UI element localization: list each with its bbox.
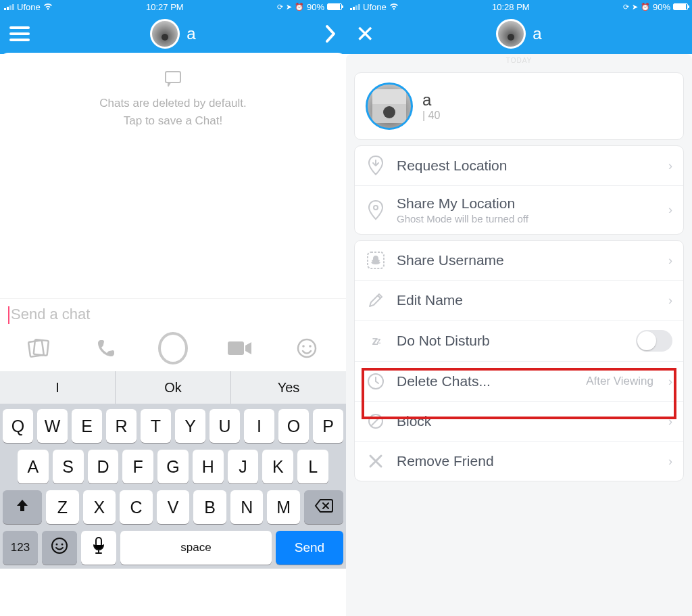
key-R[interactable]: R <box>106 409 137 443</box>
key-M[interactable]: M <box>267 490 300 524</box>
status-right: ⟳ ➤ ⏰ 90% <box>277 2 342 12</box>
empty-line1: Chats are deleted by default. <box>0 95 346 112</box>
block-row[interactable]: Block › <box>355 401 683 441</box>
key-X[interactable]: X <box>83 490 116 524</box>
key-S[interactable]: S <box>53 450 84 483</box>
key-F[interactable]: F <box>122 450 153 483</box>
svg-point-6 <box>298 339 316 357</box>
key-T[interactable]: T <box>141 409 171 443</box>
chevron-right-icon: › <box>668 454 672 469</box>
call-button[interactable] <box>91 333 121 363</box>
close-icon: ✕ <box>355 22 374 45</box>
chat-input[interactable]: Send a chat <box>0 298 346 329</box>
edit-name-row[interactable]: Edit Name › <box>355 280 683 320</box>
status-time: 10:28 PM <box>399 2 623 12</box>
suggestion-2[interactable]: Ok <box>116 371 231 404</box>
key-G[interactable]: G <box>157 450 189 483</box>
delete-chats-row[interactable]: Delete Chats... After Viewing › <box>355 361 683 401</box>
menu-button[interactable] <box>9 26 43 41</box>
key-space[interactable]: space <box>120 531 272 565</box>
key-I[interactable]: I <box>244 409 274 443</box>
key-Y[interactable]: Y <box>175 409 205 443</box>
status-bar: Ufone 10:27 PM ⟳ ➤ ⏰ 90% <box>0 0 346 14</box>
sleep-icon: zz <box>366 331 386 351</box>
svg-point-7 <box>303 345 305 348</box>
key-W[interactable]: W <box>37 409 68 443</box>
chat-empty-icon <box>0 69 346 91</box>
key-B[interactable]: B <box>193 490 226 524</box>
battery-icon <box>327 3 342 10</box>
svg-point-11 <box>61 544 64 546</box>
key-send[interactable]: Send <box>276 531 343 565</box>
svg-point-0 <box>162 34 168 41</box>
key-J[interactable]: J <box>228 450 259 483</box>
key-H[interactable]: H <box>193 450 224 483</box>
key-A[interactable]: A <box>18 450 49 483</box>
x-icon <box>366 451 386 471</box>
row-sub: Ghost Mode will be turned off <box>397 213 658 224</box>
chat-body: Chats are deleted by default. Tap to sav… <box>0 53 346 371</box>
key-shift[interactable] <box>3 490 42 524</box>
key-K[interactable]: K <box>262 450 293 483</box>
key-Z[interactable]: Z <box>46 490 79 524</box>
kb-row-1: Q W E R T Y U I O P <box>0 404 346 444</box>
key-Q[interactable]: Q <box>3 409 33 443</box>
nav-bar: ✕ a <box>346 14 692 54</box>
key-L[interactable]: L <box>297 450 328 483</box>
key-P[interactable]: P <box>313 409 343 443</box>
delete-chats-value: After Viewing <box>586 375 653 388</box>
key-emoji[interactable] <box>42 531 77 565</box>
share-location-row[interactable]: Share My Location Ghost Mode will be tur… <box>355 185 683 234</box>
key-E[interactable]: E <box>72 409 102 443</box>
profile-forward-button[interactable] <box>303 24 337 43</box>
profile-name: a <box>422 91 440 110</box>
key-mic[interactable] <box>81 531 116 565</box>
svg-rect-2 <box>166 72 180 82</box>
svg-point-9 <box>52 538 67 553</box>
kb-row-4: 123 space Send <box>0 525 346 566</box>
close-button[interactable]: ✕ <box>355 22 389 45</box>
nav-bar: a <box>0 14 346 54</box>
orientation-lock-icon: ⟳ <box>623 3 629 11</box>
chat-placeholder: Send a chat <box>11 306 90 323</box>
gallery-button[interactable] <box>24 333 54 363</box>
share-username-row[interactable]: Share Username › <box>355 241 683 280</box>
chevron-right-icon: › <box>668 159 672 173</box>
dnd-toggle[interactable] <box>636 330 672 352</box>
key-N[interactable]: N <box>230 490 264 524</box>
action-sheet: TODAY a | 40 Request Location › <box>346 54 692 616</box>
nav-title[interactable]: a <box>496 19 541 49</box>
key-C[interactable]: C <box>120 490 153 524</box>
request-location-row[interactable]: Request Location › <box>355 146 683 185</box>
remove-friend-row[interactable]: Remove Friend › <box>355 441 683 481</box>
mic-icon <box>93 537 105 559</box>
status-bar: Ufone 10:28 PM ⟳ ➤ ⏰ 90% <box>346 0 692 14</box>
row-title: Request Location <box>397 158 658 174</box>
suggestion-1[interactable]: I <box>0 371 116 404</box>
svg-point-8 <box>310 345 312 348</box>
chevron-right-icon: › <box>668 375 672 389</box>
profile-card[interactable]: a | 40 <box>354 72 684 140</box>
kb-suggestions: I Ok Yes <box>0 371 346 404</box>
video-button[interactable] <box>225 333 255 363</box>
key-O[interactable]: O <box>278 409 309 443</box>
row-title: Remove Friend <box>397 453 658 469</box>
key-U[interactable]: U <box>209 409 240 443</box>
battery-pct: 90% <box>307 2 324 12</box>
camera-button[interactable] <box>158 333 188 363</box>
key-backspace[interactable] <box>304 490 343 524</box>
actions-card: Share Username › Edit Name › zz Do Not D… <box>354 240 684 481</box>
suggestion-3[interactable]: Yes <box>231 371 346 404</box>
hamburger-icon <box>9 26 30 41</box>
row-title: Delete Chats... <box>397 373 575 389</box>
dnd-row[interactable]: zz Do Not Disturb <box>355 320 683 361</box>
nav-title[interactable]: a <box>150 19 195 49</box>
emoji-button[interactable] <box>292 333 322 363</box>
keyboard: I Ok Yes Q W E R T Y U I O P A S D F G H… <box>0 371 346 569</box>
location-icon: ➤ <box>632 3 638 11</box>
carrier-label: Ufone <box>17 2 41 12</box>
row-title: Share My Location <box>397 195 658 212</box>
key-123[interactable]: 123 <box>3 531 38 565</box>
key-D[interactable]: D <box>88 450 119 483</box>
key-V[interactable]: V <box>157 490 190 524</box>
